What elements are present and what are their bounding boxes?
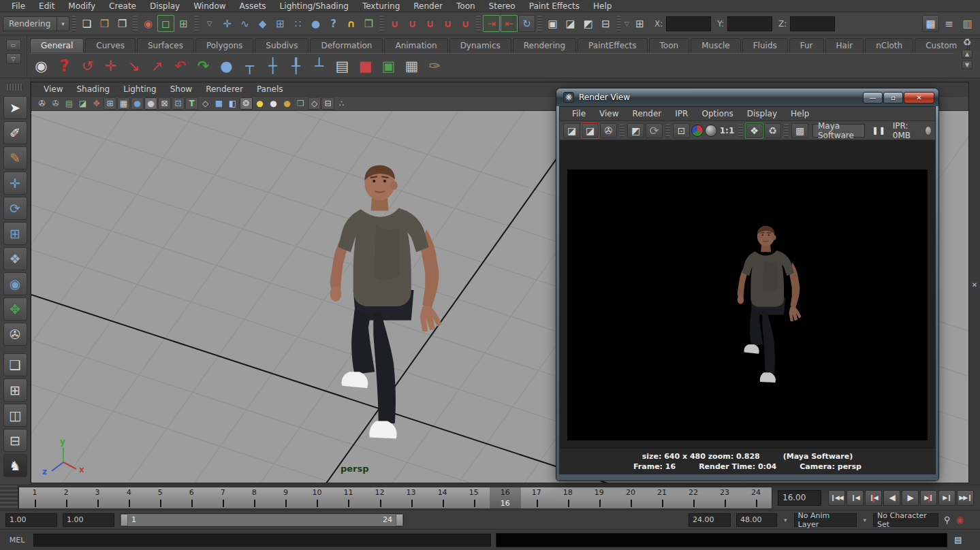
shelf-assign-red-cube-icon[interactable]: ■ [354,55,377,77]
layout-persp-graph[interactable]: ⊟ [3,429,27,452]
rv-snapshot-icon[interactable]: ✇ [600,123,617,138]
ipr-render-icon[interactable]: ◩ [580,15,597,32]
shelf-options-icon[interactable]: ▽ [6,53,21,64]
chevron-down-icon[interactable]: ▾ [57,17,69,31]
go-to-start-button[interactable]: ❙◀◀ [828,490,845,506]
time-slider-grip[interactable] [0,485,18,510]
layout-outliner-persp[interactable]: ◫ [3,404,27,427]
snap-curve-icon[interactable]: ∿ [236,15,253,32]
y-coordinate-field[interactable] [727,16,772,31]
shelf-tab-painteffects[interactable]: PaintEffects [578,38,647,52]
snap-move-icon[interactable]: ✛ [219,15,236,32]
soft-modification-tool[interactable]: ◉ [3,272,27,295]
shelf-tab-general[interactable]: General [30,38,84,52]
play-forwards-button[interactable]: ▶ [902,490,919,506]
rotate-tool[interactable]: ⟳ [3,197,27,220]
vp-menu-renderer[interactable]: Renderer [200,84,249,95]
command-input[interactable] [33,534,491,547]
toolbox-grip[interactable] [7,84,23,91]
command-results[interactable] [496,533,947,547]
new-scene-icon[interactable]: ❏ [78,15,95,32]
select-tool[interactable]: ➤ [3,96,27,119]
step-back-key-button[interactable]: ❙◀ [865,490,882,506]
shelf-tab-fur[interactable]: Fur [789,38,824,52]
frame-cell[interactable]: 10 [301,487,332,508]
shelf-node-editor-icon[interactable]: ▤ [331,55,353,77]
shelf-paint-brush-icon[interactable]: ✑ [424,55,446,77]
open-scene-icon[interactable]: ❒ [96,15,113,32]
save-scene-icon[interactable]: ❐ [114,15,131,32]
frame-cell[interactable]: 8 [238,487,270,508]
vp-wireframe-icon[interactable]: ◇ [199,97,212,110]
frame-cell[interactable]: 17 [521,487,552,508]
highlight-selection-icon[interactable]: ❒ [360,15,377,32]
vp-smooth-shade-icon[interactable]: ■ [212,97,225,110]
snap-sphere-icon[interactable]: ● [307,15,324,32]
auto-keyframe-icon[interactable]: ◉ [956,515,964,525]
frame-cell[interactable]: 3 [82,487,113,508]
playback-end-field[interactable] [689,513,731,527]
rv-menu-ipr[interactable]: IPR [669,108,693,119]
shelf-redo-view-icon[interactable]: ↷ [192,55,215,77]
z-coordinate-field[interactable] [790,16,835,31]
shelf-delete-sphere-icon[interactable]: ● [215,55,238,77]
frame-cell[interactable]: 11 [332,487,364,508]
render-current-frame-icon[interactable]: ◪ [562,15,579,32]
layout-custom-dragon[interactable]: ♞ [3,454,27,477]
shelf-light-link-icon[interactable]: ┬ [238,55,261,77]
shelf-camera-truck-icon[interactable]: ↘ [123,55,145,77]
vp-2d-pan-zoom-icon[interactable]: ✥ [90,97,103,110]
snap-particle-icon[interactable]: ∷ [289,15,306,32]
set-key-icon[interactable]: ⚲ [944,515,951,525]
open-render-view-icon[interactable]: ▣ [544,15,561,32]
shelf-menu-icon[interactable]: ▭ [6,39,21,50]
tool-settings-toggle-icon[interactable]: ≡ [941,15,958,32]
frame-cell[interactable]: 6 [176,487,207,508]
animation-end-field[interactable] [736,513,777,527]
rv-menu-display[interactable]: Display [742,108,783,119]
menu-window[interactable]: Window [187,1,232,12]
renderer-dropdown[interactable]: Maya Software [812,124,865,138]
shelf-tab-toon[interactable]: Toon [649,38,690,52]
menu-assets[interactable]: Assets [234,1,272,12]
current-time-field[interactable] [778,490,821,506]
shelf-tab-deformation[interactable]: Deformation [310,38,383,52]
vp-share-view-icon[interactable]: ∴ [335,97,348,110]
show-manipulator-tool[interactable]: ✥ [3,297,27,321]
rv-snapshot-canvas-icon[interactable]: ▩ [791,123,808,138]
shelf-camera-pan-icon[interactable]: ✛ [99,55,122,77]
shelf-tab-curves[interactable]: Curves [85,38,136,52]
frame-cell[interactable]: 12 [364,487,396,508]
shelf-tab-rendering[interactable]: Rendering [513,38,576,52]
frame-cell[interactable]: 16 16 [490,487,521,508]
frame-cell[interactable]: 23 [709,487,740,508]
command-language-toggle[interactable]: MEL [5,536,29,545]
frame-cell[interactable]: 24 [740,487,772,508]
shelf-assign-green-cube-icon[interactable]: ▣ [377,55,400,77]
rv-render-settings-icon[interactable]: ❖ [746,123,763,138]
attribute-editor-toggle-icon[interactable]: ▦ [922,15,939,32]
x-coordinate-field[interactable] [666,16,711,31]
menu-paint-effects[interactable]: Paint Effects [523,1,586,12]
vp-xray-icon[interactable]: ◇ [308,97,321,110]
frame-cell[interactable]: 1 [19,487,50,508]
vp-menu-panels[interactable]: Panels [251,84,289,95]
shelf-camera-orbit-icon[interactable]: ↺ [76,55,99,77]
menu-display[interactable]: Display [144,1,186,12]
play-backwards-button[interactable]: ◀ [883,490,900,506]
vp-menu-view[interactable]: View [38,84,68,95]
menu-lighting-shading[interactable]: Lighting/Shading [274,1,355,12]
snap-to-curve-magnet-icon[interactable]: ∪ [404,15,421,32]
rv-region-marquee-icon[interactable]: ⊡ [673,123,690,138]
rv-alpha-channel-icon[interactable] [705,125,717,137]
vp-menu-shading[interactable]: Shading [71,84,115,95]
frame-cell[interactable]: 14 [427,487,458,508]
shelf-undo-view-icon[interactable]: ↶ [169,55,191,77]
shelf-shade-link-break-icon[interactable]: ┴ [308,55,330,77]
rv-render-icon[interactable]: ◪ [563,123,580,138]
snap-to-grid-magnet-icon[interactable]: ∪ [386,15,403,32]
ipr-pause-icon[interactable]: ❚❚ [872,126,885,135]
toolbar-divider[interactable] [537,16,542,32]
shelf-help-icon[interactable]: ? [53,55,76,77]
shelf-tab-surfaces[interactable]: Surfaces [137,38,194,52]
